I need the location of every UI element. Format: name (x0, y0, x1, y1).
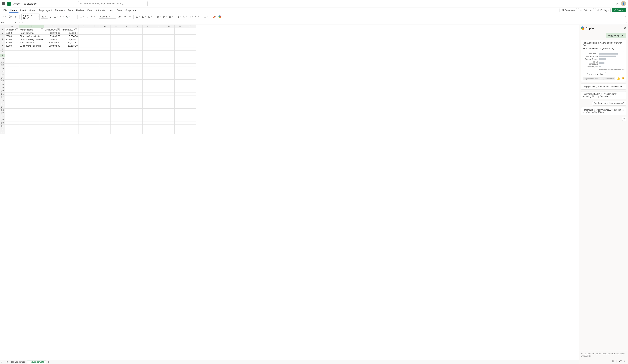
cell-E28[interactable] (78, 115, 89, 118)
cell-O1[interactable] (185, 28, 196, 31)
cell-J30[interactable] (132, 121, 142, 125)
cell-H1[interactable] (110, 28, 121, 31)
currency-button[interactable]: $€▾ (117, 15, 122, 18)
cell-G22[interactable] (100, 96, 110, 99)
cell-L20[interactable] (153, 89, 164, 92)
cell-G31[interactable] (100, 125, 110, 128)
cell-L5[interactable] (153, 41, 164, 44)
filter-button-D[interactable]: ▾ (75, 28, 77, 31)
cell-N31[interactable] (174, 125, 185, 128)
cell-L31[interactable] (153, 125, 164, 128)
cell-I7[interactable] (121, 47, 132, 51)
cell-F15[interactable] (89, 73, 100, 76)
cell-G15[interactable] (100, 73, 110, 76)
row-header-18[interactable]: 18 (0, 83, 5, 86)
row-header-7[interactable]: 7 (0, 47, 5, 51)
wrap-text-button[interactable] (85, 15, 89, 18)
cell-N19[interactable] (174, 86, 185, 89)
row-header-28[interactable]: 28 (0, 115, 5, 118)
cell-B21[interactable] (19, 92, 44, 96)
sheet-tab-topvendordata[interactable]: TopVendorData (27, 360, 46, 364)
cell-F7[interactable] (89, 47, 100, 51)
cell-K7[interactable] (142, 47, 153, 51)
cell-G26[interactable] (100, 109, 110, 112)
search-input[interactable] (84, 2, 146, 5)
cell-D18[interactable] (61, 83, 78, 86)
cell-D32[interactable] (61, 128, 78, 131)
cell-H10[interactable] (110, 57, 121, 60)
cell-N13[interactable] (174, 67, 185, 70)
cell-H18[interactable] (110, 83, 121, 86)
cell-M22[interactable] (164, 96, 174, 99)
cell-C28[interactable] (44, 115, 61, 118)
cell-O19[interactable] (185, 86, 196, 89)
column-header-B[interactable]: B (19, 25, 44, 28)
cell-B30[interactable] (19, 121, 44, 125)
fx-icon[interactable]: fx (25, 21, 26, 24)
cell-E24[interactable] (78, 102, 89, 105)
cell-F19[interactable] (89, 86, 100, 89)
cell-C19[interactable] (44, 86, 61, 89)
thumbs-up-icon[interactable]: 👍 (617, 77, 620, 80)
cell-I11[interactable] (121, 60, 132, 63)
cell-H24[interactable] (110, 102, 121, 105)
row-header-20[interactable]: 20 (0, 89, 5, 92)
column-header-K[interactable]: K (142, 25, 153, 28)
row-header-21[interactable]: 21 (0, 92, 5, 96)
cell-B8[interactable] (19, 51, 44, 54)
cell-L8[interactable] (153, 51, 164, 54)
cell-C30[interactable] (44, 121, 61, 125)
cell-G18[interactable] (100, 83, 110, 86)
cell-I31[interactable] (121, 125, 132, 128)
column-header-I[interactable]: I (121, 25, 132, 28)
cell-F14[interactable] (89, 70, 100, 73)
cell-B18[interactable] (19, 83, 44, 86)
cell-O32[interactable] (185, 128, 196, 131)
row-header-1[interactable]: 1 (0, 28, 5, 31)
row-header-9[interactable]: 9 (0, 54, 5, 57)
cell-D21[interactable] (61, 92, 78, 96)
cell-M9[interactable] (164, 54, 174, 57)
menu-tab-file[interactable]: File (2, 8, 9, 12)
user-avatar[interactable]: 👤 (621, 1, 626, 6)
cell-F8[interactable] (89, 51, 100, 54)
cell-G23[interactable] (100, 99, 110, 102)
row-header-19[interactable]: 19 (0, 86, 5, 89)
cell-K9[interactable] (142, 54, 153, 57)
cell-J27[interactable] (132, 112, 142, 115)
cell-D15[interactable] (61, 73, 78, 76)
cell-L27[interactable] (153, 112, 164, 115)
cell-O3[interactable] (185, 35, 196, 38)
row-header-10[interactable]: 10 (0, 57, 5, 60)
cell-G17[interactable] (100, 80, 110, 83)
cell-L12[interactable] (153, 63, 164, 67)
cell-B2[interactable]: Fabrikam, Inc. (19, 31, 44, 35)
cell-K2[interactable] (142, 31, 153, 35)
cell-J26[interactable] (132, 109, 142, 112)
cell-A33[interactable] (5, 131, 19, 134)
cell-L13[interactable] (153, 67, 164, 70)
column-header-G[interactable]: G (100, 25, 110, 28)
row-header-22[interactable]: 22 (0, 96, 5, 99)
cell-O9[interactable] (185, 54, 196, 57)
cell-H7[interactable] (110, 47, 121, 51)
cell-C7[interactable] (44, 47, 61, 51)
cell-F26[interactable] (89, 109, 100, 112)
cell-E4[interactable] (78, 38, 89, 41)
cell-M14[interactable] (164, 70, 174, 73)
cell-O5[interactable] (185, 41, 196, 44)
cell-K21[interactable] (142, 92, 153, 96)
cell-K26[interactable] (142, 109, 153, 112)
cell-G3[interactable] (100, 35, 110, 38)
cell-B19[interactable] (19, 86, 44, 89)
cell-K6[interactable] (142, 44, 153, 47)
cell-E25[interactable] (78, 105, 89, 109)
cell-H17[interactable] (110, 80, 121, 83)
cell-O8[interactable] (185, 51, 196, 54)
cell-I17[interactable] (121, 80, 132, 83)
cell-N10[interactable] (174, 57, 185, 60)
addins-button[interactable]: ▾ (212, 15, 217, 18)
menu-tab-home[interactable]: Home (9, 8, 19, 12)
cell-N7[interactable] (174, 47, 185, 51)
cell-M25[interactable] (164, 105, 174, 109)
